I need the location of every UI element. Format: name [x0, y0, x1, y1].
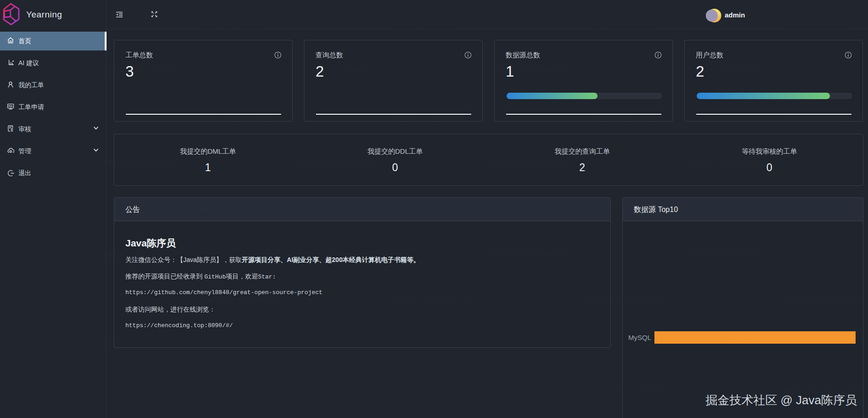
- svg-text:SQL: SQL: [8, 105, 13, 107]
